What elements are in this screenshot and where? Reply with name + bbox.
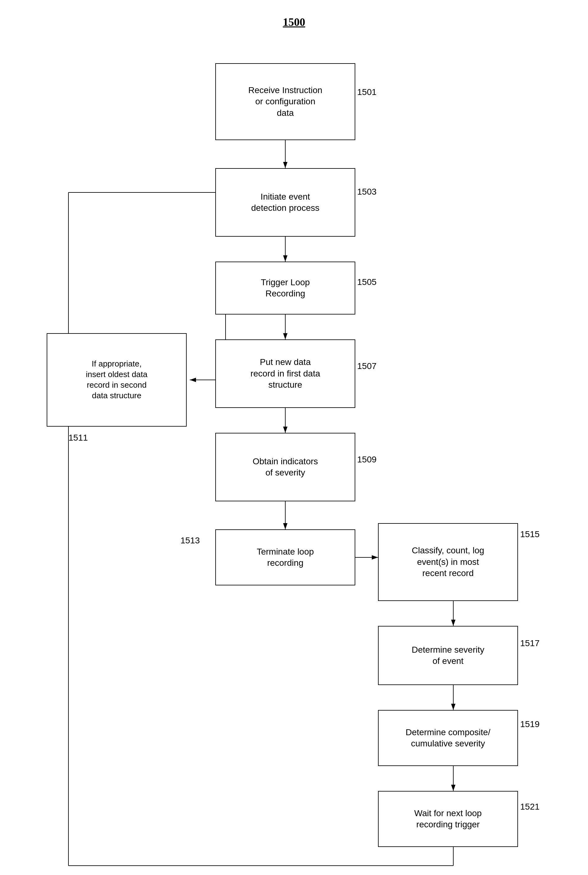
box-1509: Obtain indicatorsof severity — [215, 433, 355, 501]
box-1501: Receive Instructionor configurationdata — [215, 63, 355, 140]
box-1505: Trigger LoopRecording — [215, 262, 355, 314]
box-1513: Terminate looprecording — [215, 529, 355, 585]
box-1515: Classify, count, logevent(s) in mostrece… — [378, 523, 518, 601]
label-1513: 1513 — [180, 535, 200, 546]
box-1519: Determine composite/cumulative severity — [378, 710, 518, 766]
box-1517: Determine severityof event — [378, 626, 518, 685]
label-1521: 1521 — [520, 802, 540, 812]
box-1521: Wait for next looprecording trigger — [378, 791, 518, 847]
label-1515: 1515 — [520, 529, 540, 539]
box-1511: If appropriate,insert oldest datarecord … — [46, 333, 187, 427]
label-1517: 1517 — [520, 638, 540, 648]
label-1509: 1509 — [357, 455, 376, 465]
label-1503: 1503 — [357, 187, 376, 197]
box-1503: Initiate eventdetection process — [215, 168, 355, 237]
label-1501: 1501 — [357, 87, 376, 97]
label-1511: 1511 — [69, 433, 88, 443]
diagram-title: 1500 — [271, 15, 317, 29]
label-1505: 1505 — [357, 277, 376, 287]
label-1507: 1507 — [357, 361, 376, 371]
box-1507: Put new datarecord in first datastructur… — [215, 340, 355, 408]
diagram-container: 1500 — [0, 0, 588, 875]
label-1519: 1519 — [520, 719, 540, 729]
